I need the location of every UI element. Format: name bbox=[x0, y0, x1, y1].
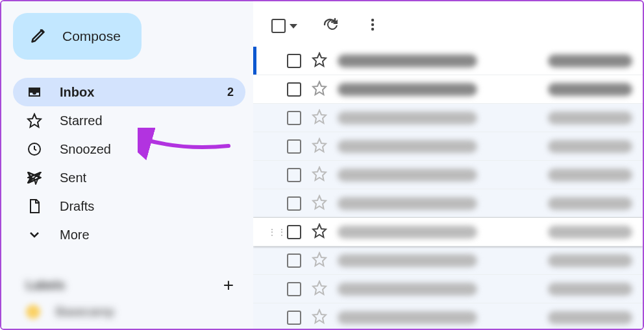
svg-marker-12 bbox=[313, 224, 326, 237]
message-row[interactable]: ⋮⋮ bbox=[253, 303, 643, 329]
message-row[interactable]: ⋮⋮ bbox=[253, 47, 643, 75]
svg-marker-10 bbox=[313, 167, 326, 180]
subject-text bbox=[548, 283, 632, 296]
message-row[interactable]: ⋮⋮ bbox=[253, 246, 643, 275]
sidebar: Compose Inbox 2 Starred Snoozed Sent bbox=[1, 1, 253, 329]
compose-button[interactable]: Compose bbox=[13, 13, 142, 60]
send-icon bbox=[26, 169, 43, 186]
svg-marker-9 bbox=[313, 139, 326, 152]
nav-label: Snoozed bbox=[60, 142, 234, 157]
message-list: ⋮⋮ ⋮⋮ ⋮⋮ ⋮⋮ bbox=[253, 47, 643, 329]
inbox-count: 2 bbox=[227, 86, 234, 99]
message-row[interactable]: ⋮⋮ bbox=[253, 189, 643, 218]
sender-text bbox=[338, 311, 477, 324]
label-name: Basecamp bbox=[56, 305, 114, 319]
subject-text bbox=[548, 311, 632, 324]
svg-point-5 bbox=[371, 28, 374, 30]
row-checkbox[interactable] bbox=[287, 54, 301, 68]
subject-text bbox=[548, 112, 632, 124]
more-button[interactable] bbox=[365, 17, 380, 35]
nav-item-drafts[interactable]: Drafts bbox=[13, 192, 245, 220]
star-button[interactable] bbox=[312, 166, 327, 184]
select-all-checkbox[interactable] bbox=[271, 19, 297, 33]
message-row[interactable]: ⋮⋮ bbox=[253, 104, 643, 132]
subject-text bbox=[548, 83, 632, 96]
message-row[interactable]: ⋮⋮ bbox=[253, 218, 643, 246]
nav-item-snoozed[interactable]: Snoozed bbox=[13, 135, 245, 163]
svg-marker-13 bbox=[313, 253, 326, 266]
sender-text bbox=[338, 169, 477, 182]
message-row[interactable]: ⋮⋮ bbox=[253, 161, 643, 189]
pencil-icon bbox=[30, 26, 48, 47]
sender-text bbox=[338, 226, 477, 239]
compose-label: Compose bbox=[62, 29, 121, 44]
row-checkbox[interactable] bbox=[287, 282, 301, 296]
main-panel: ⋮⋮ ⋮⋮ ⋮⋮ ⋮⋮ bbox=[253, 5, 643, 329]
star-button[interactable] bbox=[312, 309, 327, 327]
checkbox-icon bbox=[271, 19, 286, 33]
star-button[interactable] bbox=[312, 52, 327, 70]
star-button[interactable] bbox=[312, 137, 327, 156]
drag-handle-icon[interactable]: ⋮⋮ bbox=[267, 227, 277, 237]
nav-label: Drafts bbox=[60, 199, 234, 214]
message-row[interactable]: ⋮⋮ bbox=[253, 275, 643, 303]
nav-list: Inbox 2 Starred Snoozed Sent Drafts bbox=[13, 78, 245, 249]
sender-text bbox=[338, 54, 477, 67]
svg-marker-0 bbox=[28, 114, 41, 127]
nav-label: Inbox bbox=[60, 85, 210, 100]
nav-item-sent[interactable]: Sent bbox=[13, 163, 245, 192]
subject-text bbox=[548, 54, 632, 67]
svg-marker-11 bbox=[313, 196, 326, 209]
row-checkbox[interactable] bbox=[287, 82, 301, 97]
sender-text bbox=[338, 283, 477, 296]
subject-text bbox=[548, 197, 632, 210]
caret-down-icon bbox=[290, 24, 297, 29]
subject-text bbox=[548, 254, 632, 267]
svg-marker-6 bbox=[313, 53, 326, 66]
inbox-icon bbox=[26, 84, 43, 100]
row-checkbox[interactable] bbox=[287, 168, 301, 182]
sender-text bbox=[338, 83, 477, 96]
svg-marker-7 bbox=[313, 82, 326, 95]
svg-marker-8 bbox=[313, 110, 326, 123]
row-checkbox[interactable] bbox=[287, 196, 301, 211]
label-color-swatch bbox=[26, 305, 40, 319]
clock-icon bbox=[26, 141, 43, 158]
nav-item-more[interactable]: More bbox=[13, 220, 245, 249]
message-row[interactable]: ⋮⋮ bbox=[253, 132, 643, 161]
nav-item-starred[interactable]: Starred bbox=[13, 106, 245, 135]
refresh-button[interactable] bbox=[322, 17, 340, 35]
sender-text bbox=[338, 254, 477, 267]
labels-header-row: Labels + bbox=[13, 275, 245, 296]
row-checkbox[interactable] bbox=[287, 311, 301, 325]
svg-point-3 bbox=[371, 19, 374, 21]
nav-label: Sent bbox=[60, 171, 234, 185]
row-checkbox[interactable] bbox=[287, 253, 301, 268]
svg-marker-15 bbox=[313, 310, 326, 323]
star-button[interactable] bbox=[312, 80, 327, 99]
star-icon bbox=[26, 112, 43, 129]
subject-text bbox=[548, 226, 632, 239]
nav-item-inbox[interactable]: Inbox 2 bbox=[13, 78, 245, 106]
star-button[interactable] bbox=[312, 109, 327, 127]
subject-text bbox=[548, 169, 632, 182]
row-checkbox[interactable] bbox=[287, 139, 301, 154]
sender-text bbox=[338, 140, 477, 153]
labels-header: Labels bbox=[26, 278, 65, 292]
row-checkbox[interactable] bbox=[287, 111, 301, 125]
star-button[interactable] bbox=[312, 194, 327, 213]
subject-text bbox=[548, 140, 632, 153]
sender-text bbox=[338, 197, 477, 210]
label-item[interactable]: Basecamp bbox=[13, 296, 245, 319]
star-button[interactable] bbox=[312, 280, 327, 298]
nav-label: Starred bbox=[60, 113, 234, 128]
star-button[interactable] bbox=[312, 252, 327, 270]
message-row[interactable]: ⋮⋮ bbox=[253, 75, 643, 104]
add-label-button[interactable]: + bbox=[223, 275, 234, 296]
svg-marker-14 bbox=[313, 281, 326, 294]
toolbar bbox=[253, 5, 643, 47]
row-checkbox[interactable] bbox=[287, 225, 301, 239]
file-icon bbox=[26, 198, 43, 215]
star-button[interactable] bbox=[312, 223, 327, 241]
sender-text bbox=[338, 112, 477, 124]
